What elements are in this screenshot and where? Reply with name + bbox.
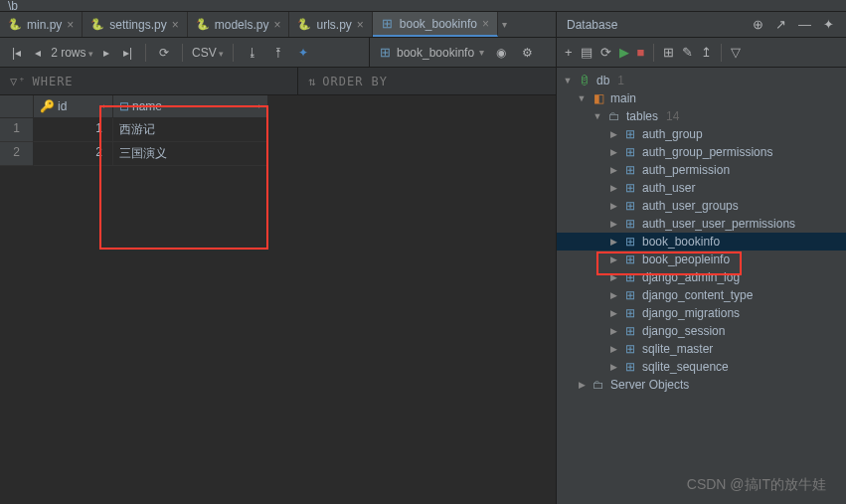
add-button[interactable]: + xyxy=(563,43,575,62)
folder-icon: 🗀 xyxy=(591,378,606,392)
table-icon: ⊞ xyxy=(622,270,638,284)
row-number[interactable]: 1 xyxy=(0,118,34,142)
database-panel-header: Database ⊕ ↗ — ✦ xyxy=(557,12,846,38)
database-toolbar: + ▤ ⟳ ▶ ■ ⊞ ✎ ↥ ▽ xyxy=(557,38,846,68)
table-icon: ⊞ xyxy=(622,127,638,141)
tree-schema[interactable]: ▼ ◧ main xyxy=(557,89,846,107)
sql-button[interactable]: ▤ xyxy=(579,43,594,62)
editor-tabs-bar: min.py × settings.py × models.py × urls.… xyxy=(0,12,556,38)
editor-panel: min.py × settings.py × models.py × urls.… xyxy=(0,12,557,504)
tree-table-item[interactable]: ▶⊞auth_group xyxy=(557,125,846,143)
close-icon[interactable]: × xyxy=(273,18,280,32)
table-view-button[interactable]: ⊞ xyxy=(661,43,676,62)
tab-label: min.py xyxy=(27,18,62,32)
close-icon[interactable]: × xyxy=(482,17,489,31)
database-tree: ▼ 🛢 db 1 ▼ ◧ main ▼ 🗀 tables 14 ▶⊞auth_g… xyxy=(557,68,846,504)
tree-label: auth_user_user_permissions xyxy=(642,217,795,231)
python-icon xyxy=(90,18,104,32)
tab-book-bookinfo[interactable]: book_bookinfo × xyxy=(373,12,498,37)
tree-table-item[interactable]: ▶⊞book_bookinfo xyxy=(557,233,846,251)
tab-label: models.py xyxy=(215,18,269,32)
datasource-context[interactable]: book_bookinfo ▾ xyxy=(378,46,484,60)
next-page-button[interactable]: ▸ xyxy=(99,44,113,62)
collapse-icon[interactable]: ⊕ xyxy=(751,15,765,34)
export-button[interactable]: ⭱ xyxy=(268,44,288,62)
tree-label: sqlite_sequence xyxy=(642,360,729,374)
tab-models-py[interactable]: models.py × xyxy=(188,12,290,37)
table-icon: ⊞ xyxy=(622,252,638,266)
corner-header xyxy=(0,95,34,118)
tree-table-item[interactable]: ▶⊞sqlite_master xyxy=(557,340,846,358)
sort-icon: ÷ xyxy=(101,101,106,111)
chevron-down-icon[interactable]: ▾ xyxy=(502,19,507,30)
close-icon[interactable]: × xyxy=(357,18,364,32)
nav-up-button[interactable]: ↥ xyxy=(699,43,714,62)
tree-label: auth_user xyxy=(642,181,695,195)
tree-label: main xyxy=(610,91,636,105)
tree-table-item[interactable]: ▶⊞auth_user xyxy=(557,179,846,197)
hide-icon[interactable]: — xyxy=(796,15,813,34)
table-icon xyxy=(378,46,392,60)
tree-tables-folder[interactable]: ▼ 🗀 tables 14 xyxy=(557,107,846,125)
tree-table-item[interactable]: ▶⊞auth_permission xyxy=(557,161,846,179)
refresh-button[interactable]: ⟳ xyxy=(155,44,173,62)
tab-settings-py[interactable]: settings.py × xyxy=(83,12,187,37)
tree-label: Server Objects xyxy=(610,378,689,392)
tree-table-item[interactable]: ▶⊞auth_user_groups xyxy=(557,197,846,215)
python-icon xyxy=(8,18,22,32)
chevron-right-icon: ▶ xyxy=(608,362,618,372)
tree-count: 1 xyxy=(617,74,624,87)
tree-label: django_migrations xyxy=(642,306,740,320)
tree-table-item[interactable]: ▶⊞book_peopleinfo xyxy=(557,251,846,268)
prev-page-button[interactable]: ◂ xyxy=(31,44,45,62)
tree-label: auth_group xyxy=(642,127,703,141)
python-icon xyxy=(196,18,210,32)
tree-label: django_session xyxy=(642,324,725,338)
cell-name[interactable]: 三国演义 xyxy=(113,142,268,166)
view-button[interactable]: ◉ xyxy=(492,44,510,62)
chevron-right-icon: ▶ xyxy=(608,326,618,336)
gear-icon[interactable]: ✦ xyxy=(821,15,836,34)
tree-label: auth_user_groups xyxy=(642,199,739,213)
csv-dropdown[interactable]: CSV xyxy=(192,46,224,60)
tree-table-item[interactable]: ▶⊞django_admin_log xyxy=(557,268,846,286)
edit-button[interactable]: ✎ xyxy=(680,43,695,62)
cell-id[interactable]: 2 xyxy=(34,142,113,166)
expand-icon[interactable]: ↗ xyxy=(773,15,788,34)
tree-count: 14 xyxy=(666,109,679,123)
run-button[interactable]: ▶ xyxy=(617,43,631,62)
table-icon: ⊞ xyxy=(622,342,638,356)
tree-table-item[interactable]: ▶⊞sqlite_sequence xyxy=(557,358,846,376)
dump-button[interactable]: ✦ xyxy=(294,44,312,62)
tab-min-py[interactable]: min.py × xyxy=(0,12,83,37)
context-label: book_bookinfo xyxy=(397,46,474,60)
tree-table-item[interactable]: ▶⊞django_session xyxy=(557,322,846,340)
table-icon: ⊞ xyxy=(622,199,638,213)
column-header-name[interactable]: ⊟name ÷ xyxy=(113,95,268,118)
panel-title: Database xyxy=(567,18,617,32)
close-icon[interactable]: × xyxy=(67,18,74,32)
row-count-dropdown[interactable]: 2 rows xyxy=(51,46,93,60)
refresh-button[interactable]: ⟳ xyxy=(598,43,613,62)
tree-datasource[interactable]: ▼ 🛢 db 1 xyxy=(557,72,846,89)
tree-table-item[interactable]: ▶⊞auth_group_permissions xyxy=(557,143,846,161)
tree-server-objects[interactable]: ▶ 🗀 Server Objects xyxy=(557,376,846,394)
filter-button[interactable]: ▽ xyxy=(729,43,743,62)
settings-icon[interactable]: ⚙ xyxy=(518,44,537,62)
stop-button[interactable]: ■ xyxy=(635,43,647,62)
first-page-button[interactable]: |◂ xyxy=(8,44,25,62)
cell-name[interactable]: 西游记 xyxy=(113,118,268,142)
tree-table-item[interactable]: ▶⊞django_content_type xyxy=(557,286,846,304)
row-number[interactable]: 2 xyxy=(0,142,34,166)
tree-table-item[interactable]: ▶⊞auth_user_user_permissions xyxy=(557,215,846,233)
column-header-id[interactable]: 🔑id ÷ xyxy=(34,95,113,118)
close-icon[interactable]: × xyxy=(172,18,179,32)
import-button[interactable]: ⭳ xyxy=(243,44,262,62)
last-page-button[interactable]: ▸| xyxy=(119,44,136,62)
tab-label: book_bookinfo xyxy=(400,17,477,31)
where-filter[interactable]: ▽⁺ WHERE xyxy=(0,68,298,94)
tree-table-item[interactable]: ▶⊞django_migrations xyxy=(557,304,846,322)
cell-id[interactable]: 1 xyxy=(34,118,113,142)
orderby-filter[interactable]: ⇅ ORDER BY xyxy=(298,68,398,94)
tab-urls-py[interactable]: urls.py × xyxy=(289,12,372,37)
